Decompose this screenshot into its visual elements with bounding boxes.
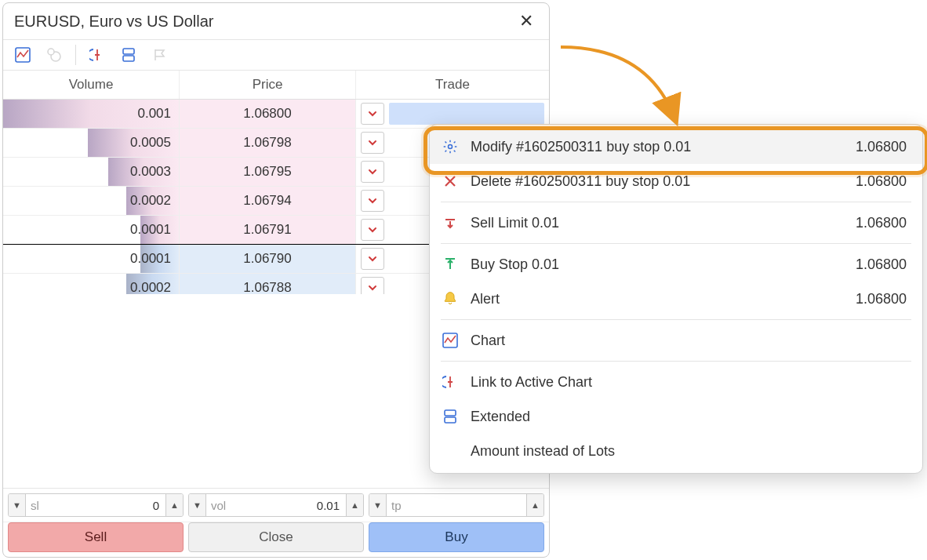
toolbar-separator [75, 45, 76, 65]
menu-item-value: 1.06800 [856, 215, 907, 231]
chart-icon [441, 331, 460, 350]
tp-label: tp [387, 499, 406, 512]
menu-modify-order[interactable]: Modify #1602500311 buy stop 0.01 1.06800 [430, 129, 922, 164]
menu-item-label: Alert [471, 291, 845, 307]
header-price: Price [180, 71, 356, 99]
chevron-down-icon [367, 253, 378, 264]
volume-value: 0.0002 [130, 280, 171, 294]
price-cell: 1.06798 [180, 129, 356, 157]
chevron-down-icon [367, 108, 378, 119]
expand-button[interactable] [361, 219, 384, 241]
menu-separator [441, 319, 911, 320]
decrement-icon[interactable]: ▼ [189, 494, 206, 516]
menu-item-label: Buy Stop 0.01 [471, 256, 845, 273]
sell-button[interactable]: Sell [8, 522, 184, 552]
menu-link-chart[interactable]: Link to Active Chart [430, 365, 922, 399]
menu-item-value: 1.06800 [856, 291, 907, 307]
menu-item-label: Chart [471, 333, 907, 349]
link-chart-icon [441, 373, 460, 391]
price-cell: 1.06800 [180, 100, 356, 128]
close-button[interactable]: Close [188, 522, 364, 552]
bell-icon [441, 289, 460, 308]
table-header: Volume Price Trade [3, 71, 549, 100]
menu-delete-order[interactable]: Delete #1602500311 buy stop 0.01 1.06800 [430, 164, 922, 198]
price-cell: 1.06794 [180, 187, 356, 215]
order-buttons: Sell Close Buy [3, 522, 549, 557]
menu-item-label: Delete #1602500311 buy stop 0.01 [471, 173, 845, 190]
tp-stepper[interactable]: ▼ tp ▲ [369, 493, 544, 517]
extended-icon [441, 407, 460, 426]
chevron-down-icon [367, 166, 378, 177]
close-icon[interactable]: ✕ [514, 9, 538, 33]
menu-item-label: Sell Limit 0.01 [471, 215, 845, 231]
sl-value: 0 [44, 499, 165, 512]
chevron-down-icon [367, 282, 378, 293]
svg-rect-8 [445, 417, 456, 423]
window-titlebar: EURUSD, Euro vs US Dollar ✕ [3, 3, 549, 39]
menu-alert[interactable]: Alert 1.06800 [430, 282, 922, 316]
price-cell: 1.06788 [180, 274, 356, 294]
order-marker[interactable] [389, 103, 544, 125]
volume-cell: 0.0002 [3, 187, 180, 215]
volume-value: 0.0001 [130, 251, 171, 267]
buy-stop-icon [441, 255, 460, 274]
volume-cell: 0.001 [3, 100, 180, 128]
increment-icon[interactable]: ▲ [165, 494, 183, 516]
header-volume: Volume [3, 71, 180, 99]
callout-arrow-icon [553, 39, 694, 133]
menu-amount-lots[interactable]: Amount instead of Lots [430, 434, 922, 468]
volume-value: 0.0002 [130, 193, 171, 209]
chevron-down-icon [367, 224, 378, 235]
menu-separator [441, 361, 911, 362]
flag-icon [150, 45, 170, 65]
chevron-down-icon [367, 195, 378, 206]
increment-icon[interactable]: ▲ [526, 494, 543, 516]
chart-icon[interactable] [13, 45, 33, 65]
decrement-icon[interactable]: ▼ [369, 494, 387, 516]
menu-extended[interactable]: Extended [430, 399, 922, 434]
volume-value: 0.0001 [130, 222, 171, 238]
window-title: EURUSD, Euro vs US Dollar [14, 13, 214, 31]
sl-label: sl [26, 499, 44, 512]
expand-button[interactable] [361, 161, 384, 183]
expand-button[interactable] [361, 248, 384, 270]
volume-cell: 0.0001 [3, 245, 180, 273]
price-cell: 1.06791 [180, 216, 356, 244]
buy-button[interactable]: Buy [369, 522, 544, 552]
volume-value: 0.0005 [130, 135, 171, 151]
expand-button[interactable] [361, 277, 384, 294]
timer-icon [44, 45, 64, 65]
expand-button[interactable] [361, 103, 384, 125]
menu-item-label: Link to Active Chart [471, 374, 907, 391]
svg-point-5 [449, 145, 453, 149]
decrement-icon[interactable]: ▼ [9, 494, 26, 516]
menu-item-label: Extended [471, 409, 907, 425]
expand-button[interactable] [361, 132, 384, 154]
volume-cell: 0.0005 [3, 129, 180, 157]
chevron-down-icon [367, 137, 378, 148]
expand-button[interactable] [361, 190, 384, 212]
svg-rect-7 [445, 410, 456, 416]
sell-limit-icon [441, 213, 460, 232]
volume-value: 0.0003 [130, 164, 171, 180]
volume-value: 0.001 [137, 106, 171, 122]
vol-label: vol [206, 499, 231, 512]
menu-item-value: 1.06800 [856, 173, 907, 190]
increment-icon[interactable]: ▲ [346, 494, 363, 516]
context-menu: Modify #1602500311 buy stop 0.01 1.06800… [429, 124, 923, 474]
menu-sell-limit[interactable]: Sell Limit 0.01 1.06800 [430, 205, 922, 240]
menu-chart[interactable]: Chart [430, 323, 922, 358]
gear-icon [441, 137, 460, 156]
delete-icon [441, 172, 460, 191]
extended-icon[interactable] [118, 45, 139, 65]
menu-item-label: Amount instead of Lots [471, 443, 907, 460]
volume-stepper[interactable]: ▼ vol 0.01 ▲ [188, 493, 364, 517]
menu-buy-stop[interactable]: Buy Stop 0.01 1.06800 [430, 247, 922, 282]
svg-point-2 [48, 49, 54, 55]
menu-item-value: 1.06800 [856, 256, 907, 273]
menu-item-label: Modify #1602500311 buy stop 0.01 [471, 139, 845, 155]
link-chart-icon[interactable] [87, 45, 107, 65]
svg-rect-3 [123, 49, 134, 54]
sl-stepper[interactable]: ▼ sl 0 ▲ [8, 493, 184, 517]
price-cell: 1.06795 [180, 158, 356, 186]
